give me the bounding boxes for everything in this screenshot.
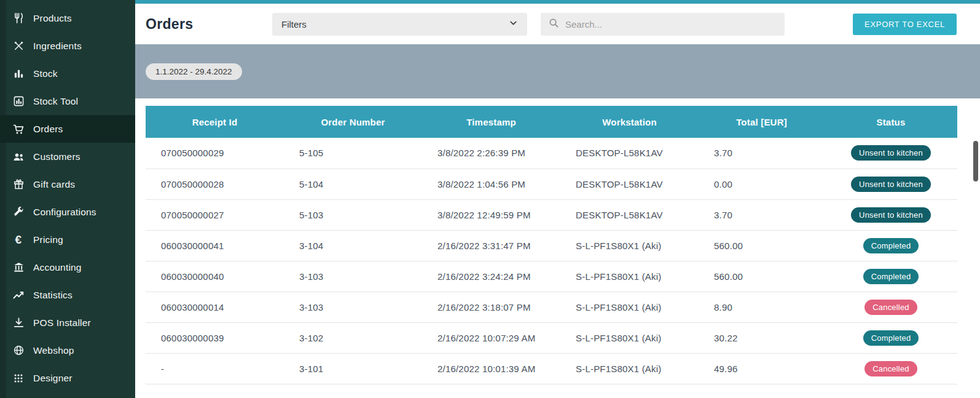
col-header-receipt-id[interactable]: Receipt Id [146, 106, 284, 138]
sidebar-item-gift-cards[interactable]: Gift cards [0, 170, 135, 198]
cell-status: Unsent to kitchen [825, 169, 957, 199]
sidebar-item-label: Configurations [33, 207, 96, 218]
stock-icon [12, 68, 25, 80]
search-input[interactable] [565, 19, 762, 30]
cell-total: 560.00 [699, 230, 825, 261]
col-header-total[interactable]: Total [EUR] [699, 106, 825, 138]
cell-order-number: 5-103 [284, 199, 422, 230]
cell-workstation: S-L-PF1S80X1 (Aki) [560, 230, 699, 261]
export-to-excel-button[interactable]: EXPORT TO EXCEL [853, 14, 957, 35]
sidebar-item-statistics[interactable]: Statistics [0, 281, 135, 309]
page-title: Orders [146, 16, 272, 33]
table-row[interactable]: 060030000014 3-103 2/16/2022 3:18:07 PM … [146, 292, 957, 322]
cell-status: Completed [825, 322, 957, 353]
cell-order-number: 5-104 [284, 169, 422, 199]
cell-timestamp: 3/8/2022 12:49:59 PM [422, 199, 560, 230]
cell-status: Cancelled [825, 292, 957, 322]
cell-total: 0.00 [699, 169, 825, 199]
sidebar-item-label: Webshop [33, 345, 74, 356]
cell-timestamp: 2/16/2022 3:31:47 PM [422, 230, 560, 261]
cell-receipt-id: 060030000041 [146, 230, 284, 261]
products-icon [12, 12, 25, 25]
table-header-row: Receipt Id Order Number Timestamp Workst… [146, 106, 957, 138]
search-box [541, 13, 785, 36]
cell-status: Unsent to kitchen [825, 138, 957, 169]
vertical-scrollbar[interactable] [973, 141, 978, 181]
sidebar-item-label: POS Installer [33, 317, 91, 328]
cell-workstation: DESKTOP-L58K1AV [560, 169, 699, 199]
sidebar-item-pricing[interactable]: € Pricing [0, 226, 135, 253]
cell-total: 30.22 [699, 322, 825, 353]
sidebar-item-webshop[interactable]: Webshop [0, 336, 135, 364]
cell-timestamp: 2/16/2022 3:18:07 PM [422, 292, 560, 322]
orders-table: Receipt Id Order Number Timestamp Workst… [146, 106, 957, 384]
sidebar-item-accounting[interactable]: Accounting [0, 253, 135, 281]
cell-timestamp: 2/16/2022 10:07:29 AM [422, 322, 560, 353]
sidebar-item-designer[interactable]: Designer [0, 364, 135, 392]
sidebar-item-stock[interactable]: Stock [0, 60, 135, 87]
cell-timestamp: 2/16/2022 10:01:39 AM [422, 353, 560, 384]
main-content: Orders Filters EXPORT TO EXCEL 1.1.2022 … [135, 0, 980, 398]
cell-order-number: 5-105 [284, 138, 422, 169]
cell-order-number: 3-102 [284, 322, 422, 353]
cell-workstation: DESKTOP-L58K1AV [560, 138, 699, 169]
filters-dropdown[interactable]: Filters [272, 13, 527, 36]
status-badge: Completed [863, 330, 919, 346]
cell-order-number: 3-103 [284, 292, 422, 322]
sidebar-item-label: Pricing [33, 234, 63, 245]
col-header-status[interactable]: Status [825, 106, 957, 138]
sidebar-item-pos-installer[interactable]: POS Installer [0, 309, 135, 336]
table-row[interactable]: 060030000041 3-104 2/16/2022 3:31:47 PM … [146, 230, 957, 261]
cell-receipt-id: 070050000027 [146, 199, 284, 230]
table-row[interactable]: 070050000028 5-104 3/8/2022 1:04:56 PM D… [146, 169, 957, 199]
cell-timestamp: 3/8/2022 2:26:39 PM [422, 138, 560, 169]
cell-workstation: S-L-PF1S80X1 (Aki) [560, 292, 699, 322]
table-row[interactable]: 070050000027 5-103 3/8/2022 12:49:59 PM … [146, 199, 957, 230]
cell-receipt-id: 070050000029 [146, 138, 284, 169]
cell-order-number: 3-101 [284, 353, 422, 384]
sidebar-item-configurations[interactable]: Configurations [0, 198, 135, 226]
webshop-icon [12, 344, 25, 357]
status-badge: Unsent to kitchen [851, 177, 931, 192]
col-header-timestamp[interactable]: Timestamp [422, 106, 560, 138]
cell-order-number: 3-104 [284, 230, 422, 261]
statistics-icon [12, 289, 25, 301]
sidebar-item-customers[interactable]: Customers [0, 143, 135, 170]
customers-icon [12, 151, 25, 163]
orders-icon [12, 123, 25, 135]
col-header-workstation[interactable]: Workstation [560, 106, 699, 138]
table-row[interactable]: 070050000029 5-105 3/8/2022 2:26:39 PM D… [146, 138, 957, 169]
cell-receipt-id: - [146, 353, 284, 384]
sidebar-item-ingredients[interactable]: Ingredients [0, 32, 135, 60]
sidebar-item-label: Customers [33, 151, 80, 162]
active-filters-band: 1.1.2022 - 29.4.2022 [135, 44, 980, 98]
date-range-chip[interactable]: 1.1.2022 - 29.4.2022 [146, 63, 242, 80]
app-window: Products Ingredients Stock Stock Tool Or [0, 0, 980, 398]
cell-workstation: DESKTOP-L58K1AV [560, 199, 699, 230]
sidebar-item-label: Gift cards [33, 179, 75, 190]
cell-timestamp: 2/16/2022 3:24:24 PM [422, 261, 560, 292]
sidebar: Products Ingredients Stock Stock Tool Or [0, 0, 135, 398]
cell-workstation: S-L-PF1S80X1 (Aki) [560, 353, 699, 384]
sidebar-item-label: Accounting [33, 262, 82, 273]
sidebar-item-stock-tool[interactable]: Stock Tool [0, 87, 135, 115]
cell-order-number: 3-103 [284, 261, 422, 292]
table-row[interactable]: 060030000039 3-102 2/16/2022 10:07:29 AM… [146, 322, 957, 353]
col-header-order-number[interactable]: Order Number [284, 106, 422, 138]
cell-workstation: S-L-PF1S80X1 (Aki) [560, 322, 699, 353]
page-header: Orders Filters EXPORT TO EXCEL [135, 4, 980, 44]
table-row[interactable]: 060030000040 3-103 2/16/2022 3:24:24 PM … [146, 261, 957, 292]
sidebar-item-label: Statistics [33, 290, 73, 301]
status-badge: Cancelled [864, 300, 917, 315]
status-badge: Unsent to kitchen [851, 145, 931, 161]
gift-cards-icon [12, 178, 25, 191]
sidebar-item-orders[interactable]: Orders [0, 115, 135, 143]
stock-tool-icon [12, 95, 25, 108]
cell-receipt-id: 060030000040 [146, 261, 284, 292]
pricing-icon: € [12, 234, 25, 246]
table-row[interactable]: - 3-101 2/16/2022 10:01:39 AM S-L-PF1S80… [146, 353, 957, 384]
sidebar-item-products[interactable]: Products [0, 4, 135, 32]
cell-receipt-id: 070050000028 [146, 169, 284, 199]
cell-status: Completed [825, 230, 957, 261]
pos-installer-icon [12, 317, 25, 329]
